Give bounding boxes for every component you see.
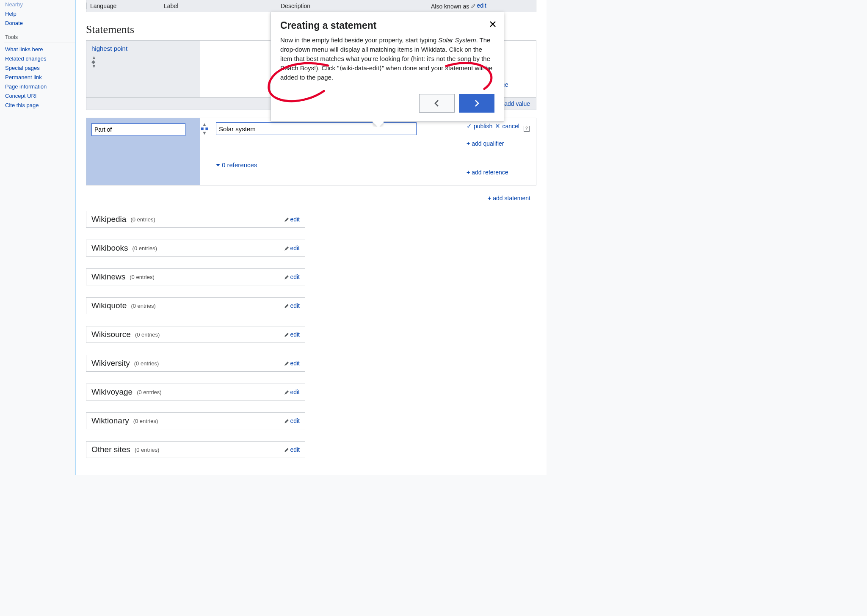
sitelink-edit-text: edit (290, 216, 300, 223)
add-statement-text: add statement (493, 195, 530, 202)
labels-edit-text: edit (477, 2, 486, 9)
pencil-icon (471, 3, 476, 8)
sitelink-title: Wikipedia (91, 215, 126, 224)
publish-button[interactable]: ✓ publish (467, 122, 492, 130)
sitelink-edit-text: edit (290, 331, 300, 338)
pencil-icon (284, 246, 289, 251)
snak-type-selector-icon[interactable]: ▲■ ■▼ (201, 122, 208, 135)
content: Language Label Description Also known as… (75, 0, 547, 475)
chevron-right-icon (472, 99, 481, 108)
sitelink-title: Wikinews (91, 272, 125, 282)
sitelink-count: (0 entries) (131, 303, 156, 309)
sitelink-edit-link[interactable]: edit (284, 446, 300, 453)
help-icon[interactable]: ? (524, 126, 530, 132)
sitelink-box: Wikiversity(0 entries)edit (86, 355, 305, 372)
close-icon: ✕ (495, 122, 500, 130)
sitelink-edit-link[interactable]: edit (284, 360, 300, 367)
sitelink-count: (0 entries) (133, 418, 158, 424)
tour-body-em: Solar System (438, 36, 476, 44)
sitelink-count: (0 entries) (137, 389, 162, 395)
caret-down-icon[interactable] (216, 164, 220, 166)
sitelink-count: (0 entries) (134, 360, 159, 367)
sitelink-box: Wikibooks(0 entries)edit (86, 240, 305, 257)
sitelink-edit-text: edit (290, 389, 300, 395)
sitelink-title: Wikivoyage (91, 387, 133, 397)
cancel-text: cancel (502, 123, 519, 130)
sitelink-box: Wikinews(0 entries)edit (86, 268, 305, 285)
value-input[interactable] (216, 122, 417, 135)
property-link-highest-point[interactable]: highest point (91, 45, 127, 52)
sidebar-tool-whatlinks[interactable]: What links here (4, 45, 75, 54)
sidebar: Nearby Help Donate Tools What links here… (0, 0, 75, 475)
sitelink-edit-text: edit (290, 360, 300, 367)
statement-part-of-editing: ▲■ ■▼ 0 references ✓ publish (86, 118, 536, 185)
th-aka: Also known as edit (428, 2, 536, 10)
publish-text: publish (474, 123, 492, 130)
add-qualifier-button[interactable]: + add qualifier (467, 140, 530, 147)
sidebar-tool-permalink[interactable]: Permanent link (4, 73, 75, 82)
sitelink-edit-text: edit (290, 446, 300, 453)
sitelink-count: (0 entries) (133, 245, 157, 251)
add-qualifier-text: add qualifier (472, 140, 504, 147)
sitelink-edit-text: edit (290, 245, 300, 251)
sitelink-edit-link[interactable]: edit (284, 245, 300, 251)
plus-icon: + (488, 195, 491, 202)
pencil-icon (284, 389, 289, 395)
add-statement-button[interactable]: + add statement (488, 195, 530, 202)
pencil-icon (284, 361, 289, 366)
sitelink-title: Wikisource (91, 330, 131, 339)
sitelink-box: Other sites(0 entries)edit (86, 441, 305, 458)
sitelink-edit-link[interactable]: edit (284, 417, 300, 424)
sitelink-title: Wikiquote (91, 301, 127, 310)
sitelink-edit-link[interactable]: edit (284, 273, 300, 280)
sitelink-edit-link[interactable]: edit (284, 216, 300, 223)
sidebar-tool-cite[interactable]: Cite this page (4, 101, 75, 110)
add-reference-button[interactable]: + add reference (467, 169, 530, 176)
property-input[interactable] (91, 123, 185, 136)
labels-edit-link[interactable]: edit (471, 2, 486, 9)
sitelink-edit-text: edit (290, 417, 300, 424)
sidebar-link-donate[interactable]: Donate (4, 19, 75, 28)
sitelink-box: Wiktionary(0 entries)edit (86, 412, 305, 429)
rank-selector-icon[interactable]: ▲◆▼ (91, 55, 195, 68)
sidebar-tool-related[interactable]: Related changes (4, 54, 75, 64)
references-toggle[interactable]: 0 references (222, 161, 257, 169)
plus-icon: + (467, 140, 470, 147)
tools-heading: Tools (4, 34, 75, 42)
sitelink-title: Wikiversity (91, 359, 130, 368)
sitelink-title: Wiktionary (91, 416, 129, 425)
th-language: Language (86, 3, 160, 9)
tour-close-button[interactable] (489, 20, 497, 31)
sitelink-title: Wikibooks (91, 243, 128, 253)
sidebar-tool-special[interactable]: Special pages (4, 64, 75, 73)
sitelink-box: Wikivoyage(0 entries)edit (86, 384, 305, 401)
sitelink-box: Wikipedia(0 entries)edit (86, 211, 305, 228)
pencil-icon (284, 332, 289, 337)
tour-body: Now in the empty field beside your prope… (280, 36, 494, 82)
sitelink-count: (0 entries) (130, 274, 155, 280)
sitelink-edit-link[interactable]: edit (284, 389, 300, 395)
sitelink-box: Wikiquote(0 entries)edit (86, 297, 305, 314)
th-description: Description (277, 3, 428, 9)
tour-body-pre: Now in the empty field beside your prope… (280, 36, 438, 44)
tour-next-button[interactable] (459, 94, 494, 113)
add-reference-text: add reference (472, 169, 508, 176)
property-label: highest point ▲◆▼ (86, 41, 200, 97)
sitelink-edit-link[interactable]: edit (284, 331, 300, 338)
chevron-left-icon (433, 99, 441, 108)
check-icon: ✓ (467, 122, 472, 130)
close-icon (489, 20, 497, 28)
sidebar-link-help[interactable]: Help (4, 9, 75, 19)
sidebar-tool-concept[interactable]: Concept URI (4, 91, 75, 101)
tour-prev-button[interactable] (419, 94, 455, 113)
sidebar-tool-pageinfo[interactable]: Page information (4, 82, 75, 91)
tour-title: Creating a statement (280, 20, 494, 31)
sitelinks-grid: Wikipedia(0 entries)editWikibooks(0 entr… (86, 211, 536, 458)
sidebar-link-nearby[interactable]: Nearby (4, 0, 75, 9)
tour-arrow-icon (373, 121, 384, 127)
labels-table-header: Language Label Description Also known as… (86, 0, 536, 12)
sitelink-count: (0 entries) (130, 216, 155, 223)
sitelink-edit-link[interactable]: edit (284, 302, 300, 309)
cancel-button[interactable]: ✕ cancel (495, 122, 519, 130)
sitelink-count: (0 entries) (135, 447, 160, 453)
